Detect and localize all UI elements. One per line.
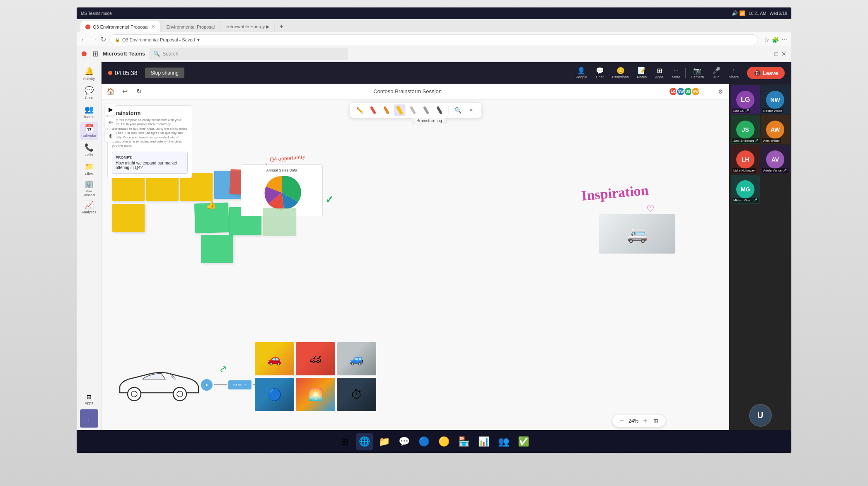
taskbar-explorer[interactable]: 📁 [376,433,393,450]
forward-button[interactable]: → [91,36,97,44]
minimize-icon[interactable]: − [768,51,771,57]
car-svg [107,362,207,407]
tools-separator [448,106,449,114]
sidebar-item-calls[interactable]: 📞 Calls [80,141,98,159]
taskbar-store[interactable]: 🏪 [455,433,473,450]
fit-page-button[interactable]: ⊞ [652,417,660,425]
car-drawing-area [107,362,207,407]
participant-card-adele: AV Adele Vance 🎤 [761,145,790,174]
mic-control[interactable]: 🎤 Mic [709,67,724,79]
prompt-box: PROMPT: How might we expand our market o… [112,152,188,174]
browser-tab-3[interactable]: Renewable Energy ▶ [221,21,275,32]
pen-tool-red[interactable] [367,104,379,116]
zoom-out-button[interactable]: − [618,417,626,425]
name-lidia: Lidia Holloway [732,168,756,173]
teams-title-bar: ⊞ Microsoft Teams 🔍 Search − □ ✕ [77,46,791,62]
address-bar[interactable]: 🔒 Q3 Environmental Proposal - Saved ▼ [109,34,758,45]
extension-icon[interactable]: 🧩 [772,36,779,43]
leave-button[interactable]: 📵 Leave [747,67,785,79]
win-controls [82,51,87,56]
pen-tool-gray1[interactable] [407,104,418,116]
sidebar-item-analytics[interactable]: 📈 Analytics [80,198,98,216]
people-control[interactable]: 👤 People [572,67,590,79]
select-tool[interactable]: ▶ [105,104,116,115]
lee-gu-name: Lee Gu [733,109,744,113]
meeting-toolbar: 04:05:38 Stop sharing 👤 People 💬 [102,62,791,84]
chat-ctrl-icon: 💬 [596,67,604,75]
back-button[interactable]: ← [81,36,87,44]
stop-sharing-button[interactable]: Stop sharing [145,68,184,78]
pen-tool-orange[interactable] [380,104,392,116]
pen-tool[interactable]: ✏ [105,117,116,128]
sidebar-item-activity[interactable]: 🔔 Activity [80,65,98,83]
participant-card-miriam: MG Miriam Gra... 🎤 [731,175,760,204]
close-icon[interactable]: ✕ [781,51,786,57]
pen-tool-black[interactable]: ✏️ [354,104,365,116]
mic-icon: 🎤 [712,67,721,75]
teams-nav-icons: ⊞ [92,49,99,58]
inspiration-annotation: Inspiration [580,182,649,204]
bookmark-icon[interactable]: ☆ [764,36,769,43]
pen-tool-dark[interactable] [433,104,445,116]
taskbar-todo[interactable]: ✅ [515,433,532,450]
sidebar-item-files[interactable]: 📁 Files [80,160,98,178]
nestor-name: Nestor Wilke [763,109,782,113]
prompt-text: How might we expand our market offering … [116,161,184,170]
participant-card-nestor: NW Nestor Wilke [761,85,790,114]
sidebar-item-more-apps[interactable]: ⊞ Apps [80,390,98,409]
new-tab-button[interactable]: + [276,21,287,32]
sidebar-label-chat: Chat [85,96,93,100]
avatar-lee-gu: LG [736,91,754,109]
browser-tab-2[interactable]: Environmental Proposal [161,21,220,32]
tab-close[interactable]: ✕ [151,24,155,29]
reactions-control[interactable]: 😊 Reactions [609,67,632,79]
more-control[interactable]: ··· More [669,67,684,79]
chat-control[interactable]: 💬 Chat [592,67,607,79]
browser-menu-icon[interactable]: ⋯ [781,36,787,43]
whiteboard-nav-bar: 🏠 ↩ ↻ Contoso Brainstorm Session LG NW J… [102,84,729,99]
share-icon: ↑ [732,67,735,75]
sidebar-item-viva[interactable]: 🏢 Viva Connect [80,179,98,197]
start-button[interactable]: ⊞ [336,433,353,450]
zoom-in-button[interactable]: + [641,417,649,425]
avatar-nestor: NW [766,91,784,109]
share-control[interactable]: ↑ Share [725,67,742,79]
apps-grid-icon[interactable]: ⊞ [92,49,99,58]
taskbar-top-left: MS Teams mode [81,11,112,16]
name-lee-gu: Lee Gu 🎤 [732,109,750,113]
maximize-icon[interactable]: □ [775,51,778,57]
notes-control[interactable]: 📝 Notes [634,67,650,79]
taskbar-browser2[interactable]: 🔵 [416,433,433,450]
close-tools-button[interactable]: ✕ [465,104,477,116]
sidebar-item-calendar[interactable]: 📅 Calendar [80,122,98,140]
sidebar-item-chat[interactable]: 💬 Chat [80,84,98,102]
browser-tab-active[interactable]: Q3 Environmental Proposal ✕ [80,21,160,32]
browser-actions: ☆ 🧩 ⋯ [764,36,787,43]
camera-control[interactable]: 📷 Camera [687,67,707,79]
close-dot[interactable] [82,51,87,56]
files-icon: 📁 [85,162,94,171]
zoom-tool[interactable]: 🔍 [452,104,464,116]
zoom-level-display: 24% [629,418,638,424]
pen-tool-gray2[interactable] [420,104,432,116]
sidebar-item-help[interactable]: ↓ [80,409,98,428]
taskbar-teams2[interactable]: 👥 [495,433,513,450]
wb-undo-button[interactable]: ↩ [119,86,131,97]
reactions-label: Reactions [612,75,629,79]
sidebar-item-teams[interactable]: 👥 Teams [80,103,98,121]
taskbar-powerpoint[interactable]: 📊 [475,433,493,450]
taskbar-teams-msg[interactable]: 💬 [396,433,413,450]
wb-settings-button[interactable]: ⚙ [715,86,726,97]
zoom-reset-tool[interactable]: ⊕ [105,130,116,142]
taskbar-edge[interactable]: 🌐 [356,433,373,450]
refresh-button[interactable]: ↻ [101,36,106,44]
pen-tool-yellow[interactable] [394,104,405,116]
taskbar-files2[interactable]: 🟡 [435,433,453,450]
additional-sticky-area [263,208,296,236]
pie-chart-svg [261,174,302,211]
wb-redo-button[interactable]: ↻ [133,86,145,97]
miriam-name: Miriam Gra... [733,198,752,202]
teams-search-bar[interactable]: 🔍 Search [149,48,348,60]
apps-control[interactable]: ⊞ Apps [652,67,667,79]
wb-home-button[interactable]: 🏠 [105,86,116,97]
